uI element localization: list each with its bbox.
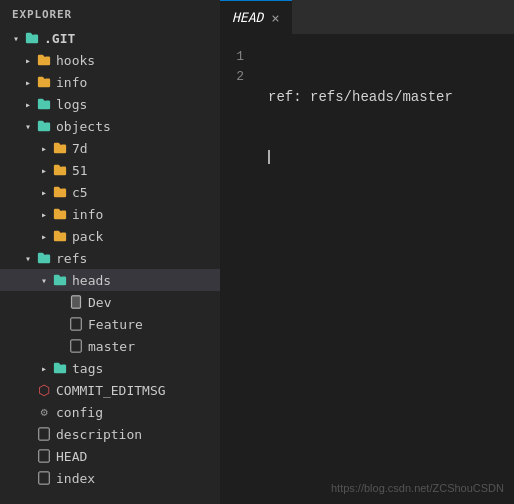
svg-rect-1 — [71, 340, 82, 352]
config-file-icon: ⚙ — [36, 404, 52, 420]
c5-chevron-icon: ▸ — [36, 187, 52, 198]
sidebar-item-logs[interactable]: ▸ logs — [0, 93, 220, 115]
tags-folder-icon — [52, 360, 68, 376]
watermark: https://blog.csdn.net/ZCShouCSDN — [331, 482, 504, 494]
line-number-1: 1 — [220, 47, 260, 67]
51-folder-icon — [52, 162, 68, 178]
tags-chevron-icon: ▸ — [36, 363, 52, 374]
info-top-label: info — [56, 75, 87, 90]
pack-label: pack — [72, 229, 103, 244]
description-label: description — [56, 427, 142, 442]
sidebar-item-tags[interactable]: ▸ tags — [0, 357, 220, 379]
heads-folder-icon — [52, 272, 68, 288]
sidebar-item-c5[interactable]: ▸ c5 — [0, 181, 220, 203]
master-file-icon — [68, 338, 84, 354]
hooks-label: hooks — [56, 53, 95, 68]
heads-chevron-icon: ▾ — [36, 275, 52, 286]
config-label: config — [56, 405, 103, 420]
refs-folder-icon — [36, 250, 52, 266]
info-inner-folder-icon — [52, 206, 68, 222]
sidebar-item-info-top[interactable]: ▸ info — [0, 71, 220, 93]
commit-editmsg-label: COMMIT_EDITMSG — [56, 383, 166, 398]
sidebar-item-dev-file[interactable]: ▸ Dev — [0, 291, 220, 313]
code-area[interactable]: 1 2 ref: refs/heads/master https://blog.… — [220, 35, 514, 504]
sidebar: EXPLORER ▾ .GIT ▸ hooks ▸ info ▸ logs — [0, 0, 220, 504]
hooks-folder-icon — [36, 52, 52, 68]
objects-folder-icon — [36, 118, 52, 134]
info-inner-chevron-icon: ▸ — [36, 209, 52, 220]
sidebar-item-info-inner[interactable]: ▸ info — [0, 203, 220, 225]
c5-label: c5 — [72, 185, 88, 200]
index-label: index — [56, 471, 95, 486]
c5-folder-icon — [52, 184, 68, 200]
code-line-2 — [268, 147, 506, 167]
info-top-chevron-icon: ▸ — [20, 77, 36, 88]
head-file-label: HEAD — [56, 449, 87, 464]
info-inner-label: info — [72, 207, 103, 222]
text-cursor — [268, 150, 270, 164]
feature-file-icon — [68, 316, 84, 332]
objects-label: objects — [56, 119, 111, 134]
logs-chevron-icon: ▸ — [20, 99, 36, 110]
pack-chevron-icon: ▸ — [36, 231, 52, 242]
sidebar-title: EXPLORER — [0, 0, 220, 27]
git-section-label: .GIT — [44, 31, 75, 46]
sidebar-item-pack[interactable]: ▸ pack — [0, 225, 220, 247]
sidebar-item-master-file[interactable]: ▸ master — [0, 335, 220, 357]
tab-bar: HEAD × — [220, 0, 514, 35]
git-folder-icon — [24, 30, 40, 46]
svg-rect-2 — [39, 428, 50, 440]
sidebar-item-description[interactable]: ▸ description — [0, 423, 220, 445]
sidebar-item-heads[interactable]: ▾ heads — [0, 269, 220, 291]
51-chevron-icon: ▸ — [36, 165, 52, 176]
sidebar-item-feature-file[interactable]: ▸ Feature — [0, 313, 220, 335]
pack-folder-icon — [52, 228, 68, 244]
info-top-folder-icon — [36, 74, 52, 90]
master-file-label: master — [88, 339, 135, 354]
sidebar-item-commit-editmsg[interactable]: ▸ ⬡ COMMIT_EDITMSG — [0, 379, 220, 401]
refs-chevron-icon: ▾ — [20, 253, 36, 264]
sidebar-item-hooks[interactable]: ▸ hooks — [0, 49, 220, 71]
logs-label: logs — [56, 97, 87, 112]
editor-area: HEAD × 1 2 ref: refs/heads/master https:… — [220, 0, 514, 504]
svg-rect-0 — [71, 318, 82, 330]
svg-rect-4 — [39, 472, 50, 484]
hooks-chevron-icon: ▸ — [20, 55, 36, 66]
git-chevron-icon: ▾ — [8, 33, 24, 44]
51-label: 51 — [72, 163, 88, 178]
code-line-1: ref: refs/heads/master — [268, 87, 506, 107]
logs-folder-icon — [36, 96, 52, 112]
sidebar-item-7d[interactable]: ▸ 7d — [0, 137, 220, 159]
head-tab[interactable]: HEAD × — [220, 0, 292, 35]
dev-file-label: Dev — [88, 295, 111, 310]
head-file-icon — [36, 448, 52, 464]
sidebar-item-config[interactable]: ▸ ⚙ config — [0, 401, 220, 423]
sidebar-item-head-file[interactable]: ▸ HEAD — [0, 445, 220, 467]
sidebar-item-51[interactable]: ▸ 51 — [0, 159, 220, 181]
line-numbers: 1 2 — [220, 35, 260, 504]
index-file-icon — [36, 470, 52, 486]
commit-editmsg-file-icon: ⬡ — [36, 382, 52, 398]
code-ref-keyword: ref: refs/heads/master — [268, 87, 453, 107]
refs-label: refs — [56, 251, 87, 266]
tab-label: HEAD — [232, 10, 263, 25]
tab-close-button[interactable]: × — [271, 11, 279, 25]
line-number-2: 2 — [220, 67, 260, 87]
7d-folder-icon — [52, 140, 68, 156]
sidebar-item-objects[interactable]: ▾ objects — [0, 115, 220, 137]
description-file-icon — [36, 426, 52, 442]
tags-label: tags — [72, 361, 103, 376]
code-content[interactable]: ref: refs/heads/master — [260, 35, 514, 504]
feature-file-label: Feature — [88, 317, 143, 332]
7d-label: 7d — [72, 141, 88, 156]
heads-label: heads — [72, 273, 111, 288]
7d-chevron-icon: ▸ — [36, 143, 52, 154]
svg-rect-3 — [39, 450, 50, 462]
dev-file-icon — [68, 294, 84, 310]
git-section-header[interactable]: ▾ .GIT — [0, 27, 220, 49]
objects-chevron-icon: ▾ — [20, 121, 36, 132]
sidebar-item-index[interactable]: ▸ index — [0, 467, 220, 489]
sidebar-item-refs[interactable]: ▾ refs — [0, 247, 220, 269]
